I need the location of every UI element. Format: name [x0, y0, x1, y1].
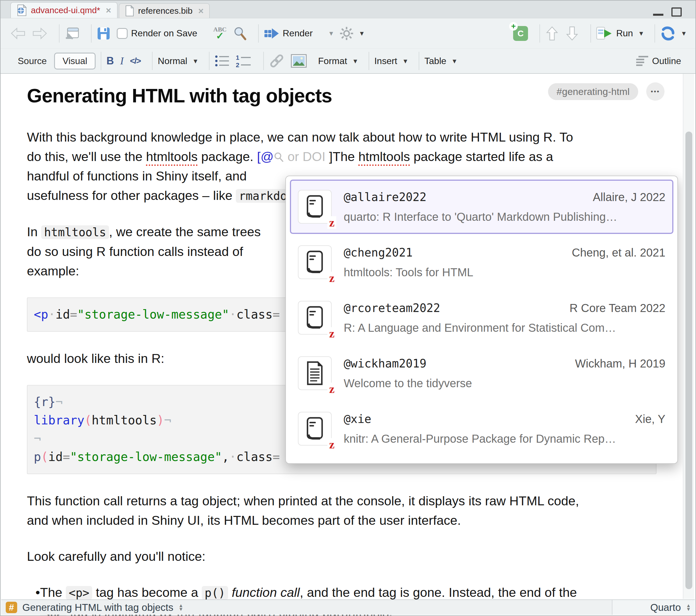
spellcheck-button[interactable]: ABC✓ [213, 26, 226, 40]
article-icon [305, 361, 324, 386]
back-button[interactable] [10, 27, 26, 40]
open-in-new-window-button[interactable] [65, 26, 80, 40]
scrollbar-thumb[interactable] [685, 132, 692, 589]
chevron-down-icon[interactable]: ▾ [639, 29, 643, 38]
window-controls [653, 7, 682, 17]
citation-title: R: A Language and Environment for Statis… [344, 321, 616, 334]
chevron-down-icon: ▾ [353, 56, 357, 65]
chevron-down-icon[interactable]: ▾ [682, 29, 686, 38]
toolbar-separator [654, 24, 655, 43]
paragraph: Look carefully and you'll notice: [27, 547, 695, 566]
zotero-badge-icon: z [327, 216, 336, 229]
toolbar-separator [101, 52, 101, 70]
save-icon [97, 27, 110, 40]
source-mode-button[interactable]: Source [10, 53, 54, 69]
format-menu-label: Format [318, 56, 347, 66]
chevron-down-icon[interactable]: ▾ [329, 29, 333, 38]
minimize-icon[interactable] [653, 14, 663, 16]
outline-icon [636, 55, 649, 67]
document-mode-selector[interactable]: Quarto ▲▼ [612, 600, 695, 615]
vertical-scrollbar[interactable] [683, 74, 694, 599]
outline-label: Outline [652, 56, 681, 66]
book-icon [305, 305, 324, 330]
forward-button[interactable] [32, 27, 48, 40]
citation-item-allaire2022[interactable]: z @allaire2022Allaire, J 2022 quarto: R … [290, 180, 674, 234]
citation-title: htmltools: Tools for HTML [344, 266, 473, 278]
citation-item-xie[interactable]: z @xieXie, Y knitr: A General-Purpose Pa… [290, 402, 674, 456]
numbered-list-button[interactable]: 12 [236, 54, 252, 68]
find-replace-button[interactable] [233, 26, 247, 40]
insert-chunk-button[interactable]: +C [513, 26, 528, 41]
bullet-list-icon [215, 54, 230, 67]
format-menu[interactable]: Format ▾ [318, 56, 357, 66]
code-button[interactable]: </> [130, 56, 141, 66]
zotero-badge-icon: z [327, 272, 336, 284]
svg-text:2: 2 [236, 62, 239, 68]
visual-mode-button[interactable]: Visual [54, 53, 96, 69]
save-button[interactable] [97, 27, 110, 40]
toolbar-separator [539, 24, 540, 43]
insert-menu[interactable]: Insert ▾ [374, 56, 407, 66]
bullet-list-button[interactable] [215, 54, 230, 67]
section-navigator-arrows-icon[interactable]: ▲▼ [178, 604, 184, 611]
paragraph-style-dropdown[interactable]: Normal ▾ [158, 56, 197, 66]
citation-key: @allaire2022 [344, 191, 426, 204]
tab-references-bib[interactable]: references.bib × [119, 3, 210, 18]
reference-type-box: z [298, 412, 332, 445]
close-icon[interactable]: × [106, 5, 111, 16]
render-label: Render [283, 28, 313, 38]
render-on-save-toggle[interactable]: Render on Save [117, 28, 197, 39]
section-anchor-group: #generating-html ••• [548, 82, 665, 101]
render-icon [264, 27, 279, 40]
editor-tab-bar: advanced-ui.qmd* × references.bib × [1, 1, 695, 18]
citation-item-cheng2021[interactable]: z @cheng2021Cheng, et al. 2021 htmltools… [290, 235, 674, 289]
run-label: Run [616, 28, 633, 38]
insert-menu-label: Insert [374, 56, 397, 66]
section-hash-icon: # [6, 602, 17, 613]
run-button[interactable]: Run ▾ [596, 27, 643, 40]
chevron-down-icon[interactable]: ▾ [360, 29, 364, 38]
forward-arrow-icon [32, 27, 48, 40]
settings-button[interactable]: ▾ [339, 26, 364, 40]
book-icon [305, 416, 324, 441]
maximize-icon[interactable] [671, 7, 682, 17]
reference-type-box: z [298, 301, 332, 335]
code-icon: </> [130, 56, 141, 66]
section-navigator[interactable]: Generating HTML with tag objects [22, 602, 173, 613]
run-previous-chunks-button[interactable] [545, 26, 559, 41]
source-document-button[interactable]: ▾ [660, 26, 686, 40]
inline-code: htmltools [41, 225, 109, 239]
table-menu-label: Table [424, 56, 446, 66]
toolbar-separator [590, 24, 591, 43]
insert-image-button[interactable] [291, 54, 307, 68]
run-next-chunk-button[interactable] [565, 26, 579, 41]
source-mode-label: Source [18, 56, 47, 66]
section-menu-button[interactable]: ••• [646, 82, 665, 101]
sync-icon [660, 26, 676, 40]
link-icon [269, 53, 284, 69]
numbered-list-icon: 12 [236, 54, 252, 68]
popout-window-icon [65, 26, 80, 40]
zotero-badge-icon: z [327, 438, 336, 451]
toolbar-separator [369, 52, 369, 70]
outline-toggle[interactable]: Outline [636, 55, 681, 67]
gear-icon [339, 26, 354, 40]
insert-link-button[interactable] [269, 53, 284, 69]
render-on-save-checkbox[interactable] [117, 28, 128, 39]
render-button[interactable]: Render ▾ [264, 27, 333, 40]
citation-item-wickham2019[interactable]: z @wickham2019Wickham, H 2019 Welcome to… [290, 346, 674, 400]
citation-input[interactable]: [@ [257, 149, 273, 164]
visual-editor-canvas[interactable]: #generating-html ••• Generating HTML wit… [1, 74, 695, 599]
section-anchor-badge[interactable]: #generating-html [548, 83, 638, 100]
reference-type-box: z [298, 245, 332, 279]
table-menu[interactable]: Table ▾ [424, 56, 457, 66]
bold-button[interactable]: B [107, 55, 114, 67]
book-icon [305, 194, 324, 219]
citation-item-rcoreteam2022[interactable]: z @rcoreteam2022R Core Team 2022 R: A La… [290, 291, 674, 345]
render-on-save-label: Render on Save [131, 28, 197, 38]
tab-advanced-ui-qmd[interactable]: advanced-ui.qmd* × [10, 2, 117, 18]
zotero-badge-icon: z [327, 383, 336, 395]
search-icon [233, 26, 247, 40]
close-icon[interactable]: × [198, 6, 204, 16]
italic-button[interactable]: I [120, 55, 124, 67]
